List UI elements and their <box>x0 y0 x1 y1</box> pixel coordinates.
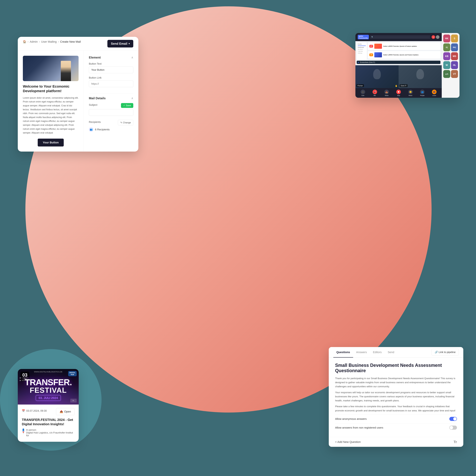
cam-label: Cam <box>361 95 364 96</box>
element-chevron-icon: ∧ <box>131 56 133 59</box>
toggle-anonymous-label: Allow anonymous answers <box>335 417 367 420</box>
participant-KB: KB <box>443 52 450 60</box>
event-date-info: 📅 03.07.2024, 09:30 <box>22 409 47 412</box>
add-question-button[interactable]: + Add New Question <box>335 440 361 444</box>
toggle-anonymous[interactable] <box>449 417 457 421</box>
screenshare-bar: ▶ Screenshare (Sven P.) <box>357 61 441 64</box>
avatar-small <box>436 35 440 39</box>
send-email-button[interactable]: Send Email ▾ <box>107 40 133 48</box>
video-label-florian: Florian <box>357 84 364 87</box>
event-card-2: 24 Gatter LAROS Tutorials, Quests and Fe… <box>368 51 441 59</box>
participant-MS: MS <box>451 52 458 60</box>
person-silhouette-2 <box>416 69 424 79</box>
digital-hub-badge: DIGITALHUB <box>68 371 77 376</box>
save-button[interactable]: ✓ Save <box>121 103 133 108</box>
location-icon: 📍 <box>22 431 25 434</box>
button-link-label: Button Link <box>89 76 133 79</box>
video-top-actions: ● <box>432 35 440 39</box>
video-conference-panel: gatterCommunity 🔍 ● Eve <box>356 33 459 98</box>
survey-desc-2: Your responses will help us tailor our e… <box>335 391 457 403</box>
leave-label: Leave <box>432 95 436 96</box>
change-button[interactable]: ✎ Change <box>118 120 133 125</box>
react-control[interactable]: 😊 React <box>408 90 413 96</box>
video-main-area: gatterCommunity 🔍 ● Eve <box>356 33 442 98</box>
event-title: TRANSFER.FESTIVAL 2024 - Get Digital Inn… <box>22 418 75 426</box>
event-thumb-2 <box>374 52 382 57</box>
event-info-2: Gatter LAROS Tutorials, Quests and Featu… <box>383 54 439 56</box>
hero-figure <box>61 61 71 81</box>
video-search-bar[interactable]: 🔍 <box>370 35 430 39</box>
survey-tabs-bar: Questions Answers Editors Send 🔗 Link to… <box>329 347 463 357</box>
text-format-button[interactable]: Tr <box>454 440 457 444</box>
screenshare-icon: ▶ <box>358 61 359 63</box>
search-divider <box>374 37 429 37</box>
sidebar-item4: Settings <box>358 52 366 54</box>
event-feed-area: Events Dashboard Members Calendar Settin… <box>356 41 442 65</box>
recipients-label: Recipients <box>89 120 101 123</box>
toggle-nonregistered[interactable] <box>449 425 457 430</box>
event-location: Digital Hub Logistics, c/o Fraunhofer-In… <box>26 431 75 437</box>
event-cards-list: 27 Gatter LAROS Tutorials, Quests & Feat… <box>368 42 441 60</box>
toggle-nonregistered-label: Allow answers from non registered users <box>335 426 383 429</box>
fraunhofer-badge: Fr. <box>70 399 77 403</box>
stop-control[interactable]: ⏹ Stop <box>396 90 401 96</box>
participant-RK: RK( <box>451 43 458 51</box>
search-icon: 🔍 <box>371 36 373 38</box>
participant-G: G( <box>443 43 450 51</box>
link-pipeline-button[interactable]: 🔗 Link to pipeline <box>432 349 459 356</box>
event-festival-text: FESTIVAL <box>21 387 76 394</box>
tab-answers[interactable]: Answers <box>353 347 370 357</box>
tab-send[interactable]: Send <box>385 347 397 357</box>
event-details: 📅 03.07.2024, 09:30 📤 Open TRANSFER.FEST… <box>18 405 79 442</box>
button-link-input[interactable] <box>89 81 133 87</box>
toggle-row-anonymous: Allow anonymous answers <box>335 414 457 423</box>
toggle-nonregistered-knob <box>450 426 453 429</box>
video-feeds: Florian ✋ Sven P. <box>356 65 442 88</box>
subject-input[interactable] <box>89 109 133 116</box>
participant-W: W <box>443 61 450 69</box>
breadcrumb-current: Create New Mail <box>60 40 81 43</box>
sidebar-label: Events <box>358 43 366 45</box>
event-date-badge-2: 24 <box>369 53 373 56</box>
mail-details-title: Mail Details <box>89 97 106 100</box>
cam-control[interactable]: 🎥 Cam <box>361 90 365 96</box>
hero-image <box>23 56 79 81</box>
tab-editors[interactable]: Editors <box>370 347 385 357</box>
event-type: In person <box>26 428 36 431</box>
calendar-icon: 📅 <box>22 409 25 412</box>
screenshare-label: Screenshare (Sven P.) <box>360 61 375 63</box>
dropdown-arrow-icon: ▾ <box>129 42 130 45</box>
email-controls: Element ∧ Button Text Button Link Mail D… <box>84 51 138 152</box>
participant-S: S <box>451 34 458 42</box>
event-banner: WWW.DIGITALHUBLOGISTICS.DE 03 Jul DIGITA… <box>18 369 79 405</box>
open-event-button[interactable]: 📤 Open <box>56 408 75 415</box>
event-thumb-1 <box>374 44 382 49</box>
event-type-row: 👤 In person <box>22 428 75 431</box>
share-control[interactable]: 📤 Share <box>384 90 389 96</box>
event-card-panel: WWW.DIGITALHUBLOGISTICS.DE 03 Jul DIGITA… <box>18 369 79 442</box>
tab-questions[interactable]: Questions <box>333 347 353 357</box>
share-label: Share <box>385 95 389 96</box>
event-title-2: Gatter LAROS Tutorials, Quests and Featu… <box>383 54 439 56</box>
button-text-input[interactable] <box>89 67 133 73</box>
mic-control[interactable]: 🎤 Mic <box>373 90 377 96</box>
breadcrumb-user-mailing: User Mailing <box>41 40 57 43</box>
event-banner-text: TRANSFER. FESTIVAL 03. JULI 2024 <box>21 378 76 401</box>
sidebar-bar <box>358 46 366 46</box>
open-event-label: Open <box>64 410 71 413</box>
stop-icon: ⏹ <box>396 90 401 94</box>
survey-panel: Questions Answers Editors Send 🔗 Link to… <box>329 347 463 447</box>
home-icon: 🏠 <box>23 40 26 43</box>
leave-control[interactable]: 📵 Leave <box>432 90 437 96</box>
person-icon: 👤 <box>22 428 25 431</box>
survey-footer: + Add New Question Tr <box>329 437 463 447</box>
participant-HL: HL <box>451 61 458 69</box>
react-label: React <box>408 95 412 96</box>
people-control[interactable]: 👥 People <box>420 90 425 96</box>
leave-icon: 📵 <box>432 90 437 94</box>
breadcrumb-admin: Admin <box>30 40 37 43</box>
mic-label: Mic <box>374 95 376 96</box>
video-logo: gatterCommunity <box>358 35 369 39</box>
your-button[interactable]: Your Button <box>38 139 64 147</box>
raise-hand-icon: ✋ <box>395 85 398 87</box>
